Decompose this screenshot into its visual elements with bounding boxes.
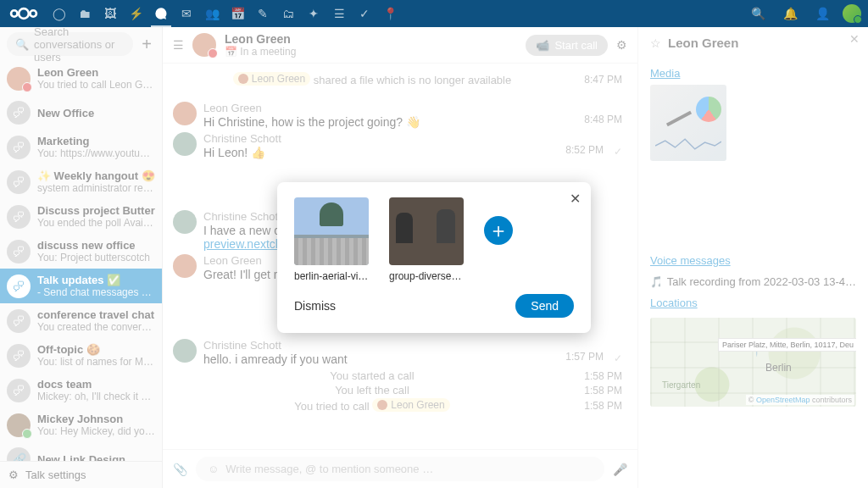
- checkmark-icon[interactable]: ✓: [353, 2, 376, 25]
- photos-icon[interactable]: 🖼: [98, 2, 122, 25]
- contacts-menu-icon[interactable]: 👤: [810, 2, 834, 25]
- svg-point-0: [19, 8, 29, 19]
- send-button[interactable]: Send: [515, 294, 574, 318]
- files-icon[interactable]: 🖿: [73, 2, 97, 25]
- notes-icon[interactable]: ✎: [251, 2, 275, 25]
- deck-icon[interactable]: 🗂: [276, 2, 300, 25]
- topbar-right: 🔍 🔔 👤: [746, 2, 861, 25]
- top-bar: ◯ 🖿 🖼 ⚡ ✉ 👥 📅 ✎ 🗂 ✦ ☰ ✓ 📍 🔍 🔔 👤: [0, 0, 868, 27]
- svg-point-2: [30, 10, 36, 16]
- attachment-filename: group-diverse-pe…: [389, 270, 464, 282]
- search-icon[interactable]: 🔍: [746, 2, 770, 25]
- tasks-icon[interactable]: ☰: [327, 2, 351, 25]
- mail-icon[interactable]: ✉: [175, 2, 198, 25]
- attachment-filename: berlin-aerial-view…: [294, 270, 369, 282]
- attachment-item[interactable]: group-diverse-pe…: [389, 197, 464, 282]
- notifications-icon[interactable]: 🔔: [778, 2, 802, 25]
- bookmarks-icon[interactable]: ✦: [302, 2, 326, 25]
- nav-apps: ◯ 🖿 🖼 ⚡ ✉ 👥 📅 ✎ 🗂 ✦ ☰ ✓ 📍: [47, 2, 402, 25]
- app-logo[interactable]: [7, 7, 41, 20]
- svg-point-1: [11, 10, 17, 16]
- modal-overlay: ✕ berlin-aerial-view… group-diverse-pe… …: [0, 27, 868, 488]
- maps-icon[interactable]: 📍: [378, 2, 402, 25]
- dashboard-icon[interactable]: ◯: [47, 2, 71, 25]
- calendar-icon[interactable]: 📅: [225, 2, 249, 25]
- close-modal-icon[interactable]: ✕: [570, 191, 581, 207]
- attachment-thumbnail: [294, 197, 369, 265]
- upload-modal: ✕ berlin-aerial-view… group-diverse-pe… …: [277, 182, 591, 333]
- user-avatar[interactable]: [843, 4, 861, 23]
- attachment-thumbnail: [389, 197, 464, 265]
- talk-icon[interactable]: [149, 2, 173, 25]
- attachment-item[interactable]: berlin-aerial-view…: [294, 197, 369, 282]
- dismiss-button[interactable]: Dismiss: [294, 299, 336, 313]
- activity-icon[interactable]: ⚡: [124, 2, 147, 25]
- contacts-icon[interactable]: 👥: [200, 2, 224, 25]
- add-attachment-button[interactable]: ＋: [484, 216, 513, 245]
